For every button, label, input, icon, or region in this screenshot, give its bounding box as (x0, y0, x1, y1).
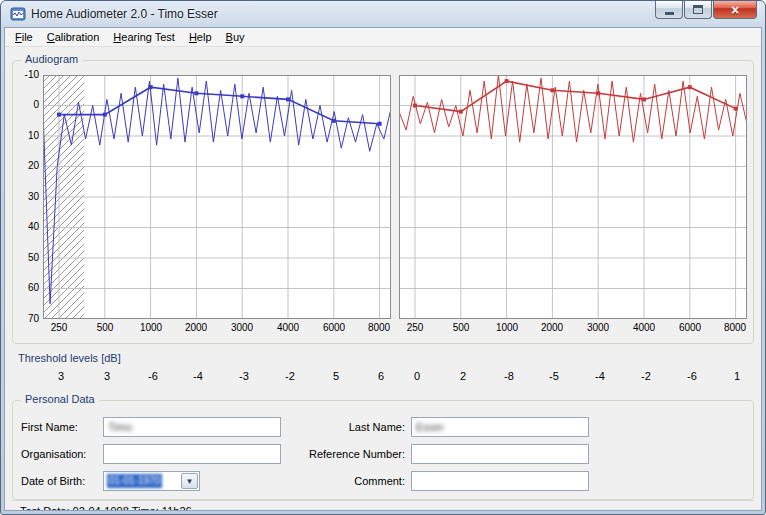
y-tick: -10 (17, 69, 39, 81)
x-tick: 4000 (277, 322, 299, 333)
threshold-value: -4 (193, 370, 203, 382)
x-tick: 250 (407, 322, 424, 333)
client-area: File Calibration Hearing Test Help Buy A… (4, 27, 762, 511)
x-tick: 1000 (496, 322, 518, 333)
app-icon[interactable] (10, 6, 26, 22)
x-tick: 500 (97, 322, 114, 333)
y-tick: 60 (17, 282, 39, 294)
maximize-icon (693, 5, 703, 14)
menu-help[interactable]: Help (182, 28, 219, 46)
threshold-value: -5 (549, 370, 559, 382)
audiogram-group: Audiogram -10 0 10 20 30 40 50 60 70 (12, 60, 754, 344)
personal-row-1: First Name: Timo Last Name: Esser (21, 413, 745, 440)
x-labels-right: 250 500 1000 2000 3000 4000 6000 8000 (399, 322, 747, 337)
x-tick: 6000 (679, 322, 701, 333)
threshold-value: 0 (414, 370, 420, 382)
right-ear-chart-block: 250 500 1000 2000 3000 4000 6000 8000 (399, 75, 747, 337)
threshold-value: 1 (734, 370, 740, 382)
menu-file[interactable]: File (8, 28, 40, 46)
threshold-values-right: 0 2 -8 -5 -4 -2 -6 1 (401, 370, 749, 386)
threshold-values-left: 3 3 -6 -4 -3 -2 5 6 (45, 370, 393, 386)
content: Audiogram -10 0 10 20 30 40 50 60 70 (5, 47, 761, 511)
personal-row-2: Organisation: Reference Number: (21, 440, 745, 467)
x-tick: 500 (453, 322, 470, 333)
last-name-label: Last Name: (287, 421, 405, 433)
audiogram-group-label: Audiogram (21, 53, 82, 65)
personal-row-3: Date of Birth: 01-01-1970 ▾ Comment: (21, 467, 745, 494)
x-tick: 1000 (140, 322, 162, 333)
left-ear-chart-block: 250 500 1000 2000 3000 4000 6000 8000 (43, 75, 391, 337)
titlebar[interactable]: Home Audiometer 2.0 - Timo Esser × (4, 1, 762, 27)
threshold-gutter (12, 370, 45, 386)
date-of-birth-label: Date of Birth: (21, 475, 97, 487)
threshold-value: 6 (378, 370, 384, 382)
reference-number-label: Reference Number: (287, 448, 405, 460)
x-tick: 6000 (323, 322, 345, 333)
first-name-value: Timo (108, 421, 132, 433)
minimize-icon (665, 12, 674, 15)
comment-field[interactable] (411, 471, 589, 491)
y-tick: 0 (17, 99, 39, 111)
threshold-value: 3 (58, 370, 64, 382)
menu-calibration[interactable]: Calibration (40, 28, 107, 46)
threshold-value: -8 (504, 370, 514, 382)
threshold-value: -4 (595, 370, 605, 382)
status-bar: Test Date: 02-04-1998 Time: 11h26. (12, 500, 754, 511)
threshold-value: 2 (460, 370, 466, 382)
y-tick: 30 (17, 191, 39, 203)
app-window: Home Audiometer 2.0 - Timo Esser × File … (0, 0, 766, 515)
x-tick: 3000 (587, 322, 609, 333)
window-title: Home Audiometer 2.0 - Timo Esser (31, 7, 218, 21)
x-tick: 8000 (724, 322, 746, 333)
charts-row: -10 0 10 20 30 40 50 60 70 250 (19, 75, 747, 337)
status-text: Test Date: 02-04-1998 Time: 11h26. (20, 505, 195, 511)
last-name-value: Esser (416, 421, 444, 433)
x-tick: 2000 (185, 322, 207, 333)
personal-data-group-label: Personal Data (21, 393, 99, 405)
y-tick: 20 (17, 160, 39, 172)
first-name-field[interactable]: Timo (103, 417, 281, 437)
date-dropdown-button[interactable]: ▾ (181, 473, 198, 489)
menu-buy[interactable]: Buy (219, 28, 252, 46)
window-controls: × (655, 1, 757, 19)
organisation-label: Organisation: (21, 448, 97, 460)
y-tick: 40 (17, 221, 39, 233)
personal-data-group: Personal Data First Name: Timo Last Name… (12, 400, 754, 500)
comment-label: Comment: (287, 475, 405, 487)
date-of-birth-picker[interactable]: 01-01-1970 ▾ (103, 471, 200, 491)
minimize-button[interactable] (655, 1, 683, 19)
threshold-value: -2 (641, 370, 651, 382)
x-tick: 8000 (368, 322, 390, 333)
threshold-value: -6 (148, 370, 158, 382)
close-icon: × (731, 2, 739, 18)
x-tick: 4000 (633, 322, 655, 333)
y-tick: 50 (17, 252, 39, 264)
threshold-levels-section: Threshold levels [dB] 3 3 -6 -4 -3 -2 5 … (12, 352, 754, 386)
chevron-down-icon: ▾ (187, 476, 192, 486)
y-tick: 10 (17, 130, 39, 142)
menu-hearing-test[interactable]: Hearing Test (106, 28, 182, 46)
first-name-label: First Name: (21, 421, 97, 433)
last-name-field[interactable]: Esser (411, 417, 589, 437)
close-button[interactable]: × (713, 1, 757, 19)
x-tick: 3000 (231, 322, 253, 333)
date-of-birth-value: 01-01-1970 (107, 474, 162, 488)
threshold-value: -2 (285, 370, 295, 382)
x-tick: 250 (51, 322, 68, 333)
reference-number-field[interactable] (411, 444, 589, 464)
audiogram-chart-right (399, 75, 747, 319)
x-tick: 2000 (541, 322, 563, 333)
threshold-levels-label: Threshold levels [dB] (18, 352, 754, 364)
threshold-value: 3 (104, 370, 110, 382)
y-axis: -10 0 10 20 30 40 50 60 70 (19, 75, 43, 337)
audiogram-chart-left (43, 75, 391, 319)
y-tick: 70 (17, 313, 39, 325)
threshold-value: -3 (239, 370, 249, 382)
menubar: File Calibration Hearing Test Help Buy (5, 28, 761, 47)
maximize-button[interactable] (684, 1, 712, 19)
threshold-value: 5 (333, 370, 339, 382)
threshold-rows: 3 3 -6 -4 -3 -2 5 6 0 2 -8 -5 -4 (12, 370, 754, 386)
organisation-field[interactable] (103, 444, 281, 464)
threshold-value: -6 (687, 370, 697, 382)
x-labels-left: 250 500 1000 2000 3000 4000 6000 8000 (43, 322, 391, 337)
